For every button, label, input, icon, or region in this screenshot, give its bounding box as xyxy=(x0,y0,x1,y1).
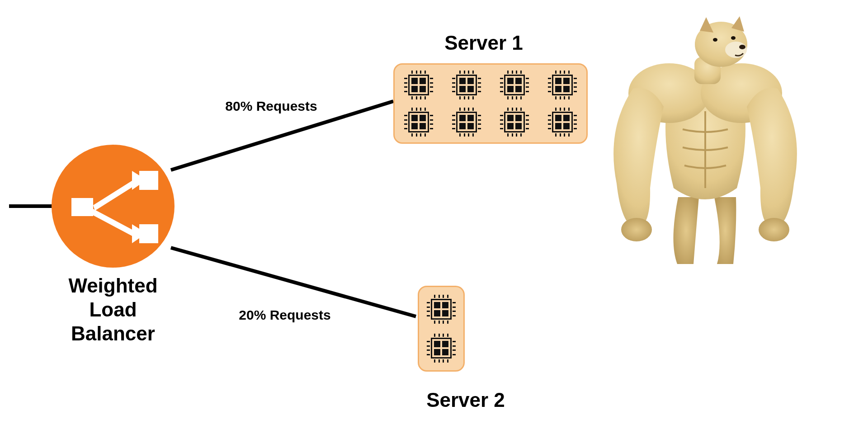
svg-rect-10 xyxy=(139,224,158,243)
cpu-icon xyxy=(453,108,481,136)
cpu-icon xyxy=(500,71,528,99)
cpu-icon xyxy=(548,71,576,99)
svg-point-19 xyxy=(713,38,717,42)
edge-label-bottom: 20% Requests xyxy=(226,307,344,323)
svg-rect-4 xyxy=(71,198,93,216)
cpu-icon xyxy=(453,71,481,99)
cpu-icon xyxy=(548,108,576,136)
load-balancer-icon xyxy=(50,143,176,269)
load-balancer-title: Weighted Load Balancer xyxy=(50,274,176,345)
server1-box xyxy=(393,63,588,144)
cpu-icon xyxy=(427,295,455,323)
svg-point-13 xyxy=(621,218,652,241)
cpu-icon xyxy=(405,108,433,136)
svg-point-3 xyxy=(52,145,175,268)
server2-box xyxy=(418,286,465,372)
cpu-icon xyxy=(500,108,528,136)
svg-rect-7 xyxy=(139,171,158,190)
server1-title: Server 1 xyxy=(425,32,542,54)
cpu-icon xyxy=(405,71,433,99)
svg-point-14 xyxy=(759,218,789,241)
cpu-icon xyxy=(427,334,455,362)
edge-label-top: 80% Requests xyxy=(212,99,330,114)
svg-line-2 xyxy=(171,248,416,316)
svg-point-20 xyxy=(731,36,736,40)
swole-doge-figure xyxy=(601,16,809,269)
svg-point-18 xyxy=(739,45,745,49)
server2-title: Server 2 xyxy=(407,389,524,411)
